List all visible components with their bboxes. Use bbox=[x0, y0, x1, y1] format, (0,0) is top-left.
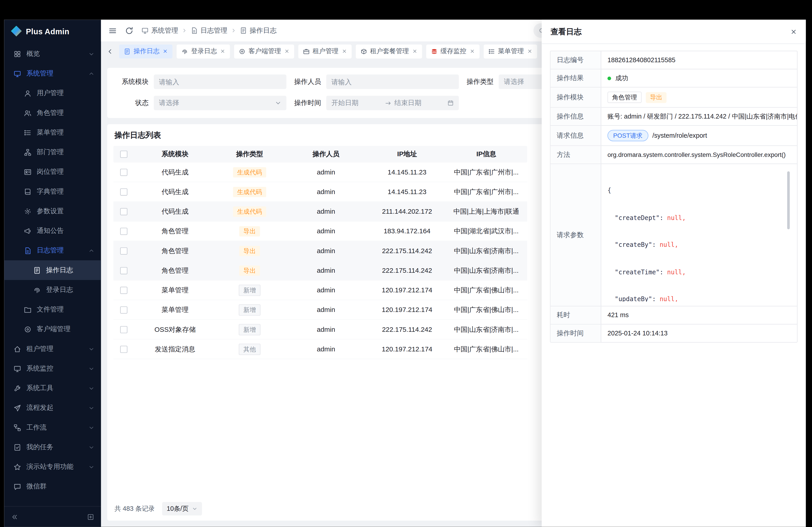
overview-icon bbox=[14, 50, 21, 58]
log-table: 系统模块 操作类型 操作人员 IP地址 IP信息 代码生成 生成代码 admin… bbox=[114, 146, 527, 359]
detail-label: 耗时 bbox=[551, 306, 601, 324]
module-tag: 角色管理 bbox=[607, 91, 642, 103]
breadcrumb-system-mgmt[interactable]: 系统管理 bbox=[142, 26, 178, 35]
tab-client-mgmt[interactable]: 客户端管理 bbox=[234, 44, 294, 58]
sidebar-item-label: 客户端管理 bbox=[37, 325, 94, 334]
sidebar-item-log-mgmt[interactable]: 日志管理 bbox=[4, 241, 101, 260]
status-filter-select[interactable]: 请选择 bbox=[154, 96, 287, 110]
sidebar-item-label: 文件管理 bbox=[37, 305, 94, 314]
sidebar-item-role-mgmt[interactable]: 角色管理 bbox=[4, 103, 101, 123]
fingerprint-icon bbox=[33, 286, 41, 294]
briefcase-icon bbox=[303, 48, 309, 55]
table-row[interactable]: 代码生成 生成代码 admin 14.145.11.23 中国|广东省|广州市|… bbox=[114, 182, 527, 202]
sidebar-item-process-start[interactable]: 流程发起 bbox=[4, 398, 101, 418]
chevron-left-icon bbox=[106, 48, 113, 55]
request-params-json[interactable]: { "createDept": null, "createBy": null, … bbox=[607, 168, 791, 302]
tab-label: 登录日志 bbox=[191, 47, 217, 56]
page-size-select[interactable]: 10条/页 bbox=[162, 502, 202, 515]
breadcrumb-log-mgmt[interactable]: 日志管理 bbox=[191, 26, 227, 35]
module-filter-input[interactable] bbox=[154, 75, 287, 89]
sidebar-item-system-tools[interactable]: 系统工具 bbox=[4, 378, 101, 398]
row-checkbox[interactable] bbox=[120, 208, 128, 215]
row-checkbox[interactable] bbox=[120, 326, 128, 333]
close-icon[interactable] bbox=[342, 49, 347, 54]
breadcrumb-operation-log[interactable]: 操作日志 bbox=[240, 26, 277, 35]
tab-login-log[interactable]: 登录日志 bbox=[177, 44, 230, 58]
sidebar-item-system-mgmt[interactable]: 系统管理 bbox=[4, 63, 101, 83]
close-icon[interactable] bbox=[412, 49, 417, 54]
sidebar-item-tenant-mgmt[interactable]: 租户管理 bbox=[4, 339, 101, 359]
detail-row-result: 操作结果 成功 bbox=[551, 70, 797, 88]
type-badge: 生成代码 bbox=[233, 167, 266, 177]
cell-module: 代码生成 bbox=[134, 167, 216, 177]
table-row[interactable]: 菜单管理 新增 admin 120.197.212.174 中国|广东省|佛山市… bbox=[114, 300, 527, 320]
close-icon[interactable] bbox=[527, 49, 532, 54]
sidebar-menu: 概览 系统管理 用户管理 角色管理 菜单管理 bbox=[4, 42, 101, 506]
column-header: IP信息 bbox=[446, 150, 527, 159]
sidebar-item-system-monitor[interactable]: 系统监控 bbox=[4, 359, 101, 378]
date-range-picker[interactable]: 开始日期 结束日期 bbox=[326, 96, 459, 110]
sidebar-item-label: 菜单管理 bbox=[37, 128, 94, 137]
cell-operator: admin bbox=[283, 247, 369, 255]
collapse-sidebar-icon[interactable] bbox=[11, 513, 18, 520]
sidebar-item-file-mgmt[interactable]: 文件管理 bbox=[4, 300, 101, 319]
tab-tenant-mgmt[interactable]: 租户管理 bbox=[298, 44, 351, 58]
operator-filter-input[interactable] bbox=[326, 75, 459, 89]
detail-label: 请求信息 bbox=[551, 126, 601, 146]
select-all-checkbox[interactable] bbox=[120, 151, 128, 158]
row-checkbox[interactable] bbox=[120, 286, 128, 294]
refresh-icon[interactable] bbox=[125, 26, 133, 35]
sidebar-item-dict-mgmt[interactable]: 字典管理 bbox=[4, 182, 101, 201]
sidebar-item-demo-features[interactable]: 演示站专用功能 bbox=[4, 457, 101, 477]
row-checkbox[interactable] bbox=[120, 168, 128, 176]
hamburger-menu-icon[interactable] bbox=[108, 26, 117, 35]
log-id-value: 1882612840802115585 bbox=[607, 56, 675, 63]
sidebar-item-my-tasks[interactable]: 我的任务 bbox=[4, 437, 101, 457]
table-row[interactable]: OSS对象存储 新增 admin 222.175.114.242 中国|山东省|… bbox=[114, 320, 527, 340]
tab-cache-monitor[interactable]: 缓存监控 bbox=[426, 44, 479, 58]
sidebar-item-dept-mgmt[interactable]: 部门管理 bbox=[4, 142, 101, 162]
sidebar-item-overview[interactable]: 概览 bbox=[4, 44, 101, 63]
table-row[interactable]: 角色管理 导出 admin 222.175.114.242 中国|山东省|济南市… bbox=[114, 241, 527, 261]
close-icon[interactable] bbox=[469, 49, 475, 54]
logo: Plus Admin bbox=[4, 20, 101, 42]
sidebar-item-param-settings[interactable]: 参数设置 bbox=[4, 201, 101, 221]
tab-operation-log[interactable]: 操作日志 bbox=[119, 44, 172, 58]
sidebar-item-post-mgmt[interactable]: 岗位管理 bbox=[4, 162, 101, 182]
close-icon[interactable] bbox=[791, 28, 797, 35]
widget-icon[interactable] bbox=[87, 513, 94, 520]
table-row[interactable]: 代码生成 生成代码 admin 14.145.11.23 中国|广东省|广州市|… bbox=[114, 163, 527, 182]
table-row[interactable]: 角色管理 导出 admin 183.94.172.164 中国|湖北省|武汉市|… bbox=[114, 222, 527, 241]
home-icon bbox=[14, 345, 21, 352]
close-icon[interactable] bbox=[163, 49, 168, 54]
scrollbar-thumb[interactable] bbox=[787, 171, 790, 229]
row-checkbox[interactable] bbox=[120, 247, 128, 254]
close-icon[interactable] bbox=[284, 49, 289, 54]
row-checkbox[interactable] bbox=[120, 267, 128, 274]
sidebar-item-notice[interactable]: 通知公告 bbox=[4, 221, 101, 241]
sidebar-item-workflow[interactable]: 工作流 bbox=[4, 418, 101, 437]
cell-ip: 211.144.202.172 bbox=[369, 208, 446, 215]
row-checkbox[interactable] bbox=[120, 306, 128, 313]
sidebar-item-user-mgmt[interactable]: 用户管理 bbox=[4, 84, 101, 103]
sidebar: Plus Admin 概览 系统管理 用户管理 bbox=[4, 20, 101, 527]
sidebar-item-login-log[interactable]: 登录日志 bbox=[4, 280, 101, 300]
sidebar-item-operation-log[interactable]: 操作日志 bbox=[4, 260, 101, 280]
row-checkbox[interactable] bbox=[120, 346, 128, 353]
sidebar-item-label: 登录日志 bbox=[46, 285, 94, 295]
detail-label: 请求参数 bbox=[551, 164, 601, 306]
table-row[interactable]: 角色管理 导出 admin 222.175.114.242 中国|山东省|济南市… bbox=[114, 261, 527, 281]
table-row[interactable]: 菜单管理 新增 admin 120.197.212.174 中国|广东省|佛山市… bbox=[114, 281, 527, 300]
table-row[interactable]: 发送指定消息 其他 admin 120.197.212.174 中国|广东省|佛… bbox=[114, 340, 527, 359]
row-checkbox[interactable] bbox=[120, 227, 128, 235]
table-row[interactable]: 代码生成 生成代码 admin 211.144.202.172 中国|上海|上海… bbox=[114, 202, 527, 221]
sidebar-item-client-mgmt[interactable]: 客户端管理 bbox=[4, 319, 101, 339]
tab-menu-mgmt[interactable]: 菜单管理 bbox=[483, 44, 537, 58]
sidebar-item-wechat-group[interactable]: 微信群 bbox=[4, 477, 101, 496]
tab-tenant-package-mgmt[interactable]: 租户套餐管理 bbox=[356, 44, 422, 58]
cell-ip-info: 中国|山东省|济南市|... bbox=[446, 325, 527, 334]
sidebar-item-menu-mgmt[interactable]: 菜单管理 bbox=[4, 123, 101, 142]
close-icon[interactable] bbox=[220, 49, 225, 54]
tab-scroll-left-button[interactable] bbox=[105, 46, 115, 56]
row-checkbox[interactable] bbox=[120, 188, 128, 195]
